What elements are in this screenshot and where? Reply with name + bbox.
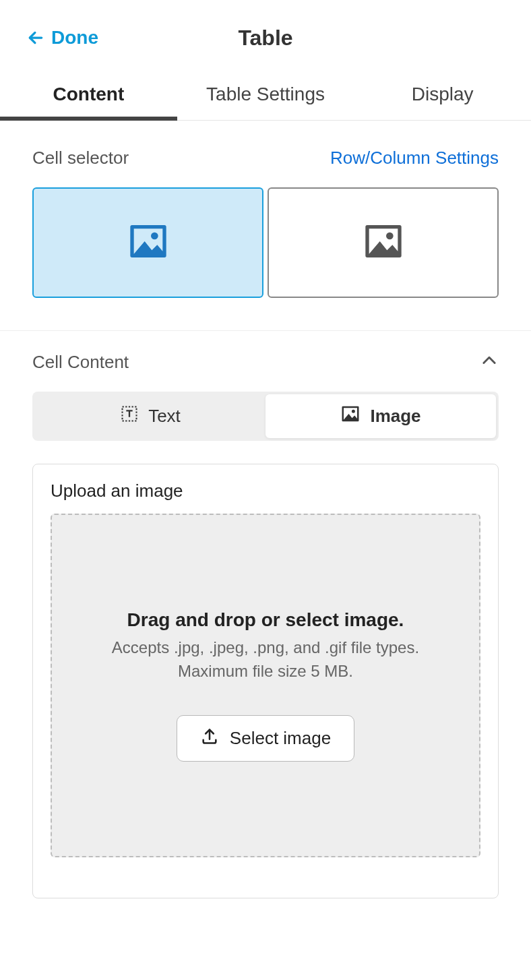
dropzone-sub-text: Accepts .jpg, .jpeg, .png, and .gif file…	[112, 636, 419, 683]
done-button[interactable]: Done	[27, 27, 98, 49]
tab-display[interactable]: Display	[354, 69, 531, 120]
cell-selector-label: Cell selector	[32, 148, 129, 169]
text-icon	[120, 404, 139, 428]
segment-text-label: Text	[148, 406, 181, 427]
cell-selector-head: Cell selector Row/Column Settings	[32, 148, 499, 169]
image-icon	[340, 404, 361, 429]
row-column-settings-link[interactable]: Row/Column Settings	[330, 148, 499, 169]
tab-settings-label: Table Settings	[206, 84, 325, 104]
upload-icon	[200, 727, 219, 750]
tab-content[interactable]: Content	[0, 69, 177, 120]
content-type-segmented: Text Image	[32, 392, 499, 441]
upload-title: Upload an image	[51, 481, 480, 501]
tab-display-label: Display	[412, 84, 474, 104]
cell-content-toggle[interactable]: Cell Content	[32, 351, 499, 373]
image-icon	[127, 220, 170, 266]
select-image-button[interactable]: Select image	[177, 715, 354, 762]
header: Done Table	[0, 0, 531, 69]
cell-content-label: Cell Content	[32, 352, 129, 373]
cell-selector-section: Cell selector Row/Column Settings	[0, 121, 531, 331]
segment-image[interactable]: Image	[266, 394, 496, 438]
select-image-label: Select image	[230, 728, 331, 749]
chevron-up-icon	[480, 351, 499, 373]
upload-card: Upload an image Drag and drop or select …	[32, 464, 499, 898]
dropzone-sub-line1: Accepts .jpg, .jpeg, .png, and .gif file…	[112, 638, 419, 656]
segment-image-label: Image	[370, 406, 420, 427]
image-icon	[362, 220, 405, 266]
cell-2[interactable]	[268, 187, 499, 298]
cell-selector-row	[32, 187, 499, 298]
tab-table-settings[interactable]: Table Settings	[177, 69, 354, 120]
dropzone-main-text: Drag and drop or select image.	[127, 609, 404, 631]
dropzone-sub-line2: Maximum file size 5 MB.	[178, 662, 353, 680]
page-title: Table	[238, 26, 292, 51]
cell-content-panel: Cell Content Text Image	[0, 331, 531, 939]
tab-content-label: Content	[53, 84, 124, 104]
tabs: Content Table Settings Display	[0, 69, 531, 121]
done-label: Done	[51, 27, 98, 49]
segment-text[interactable]: Text	[35, 394, 266, 438]
cell-1[interactable]	[32, 187, 263, 298]
back-arrow-icon	[27, 29, 44, 47]
dropzone[interactable]: Drag and drop or select image. Accepts .…	[51, 514, 480, 857]
